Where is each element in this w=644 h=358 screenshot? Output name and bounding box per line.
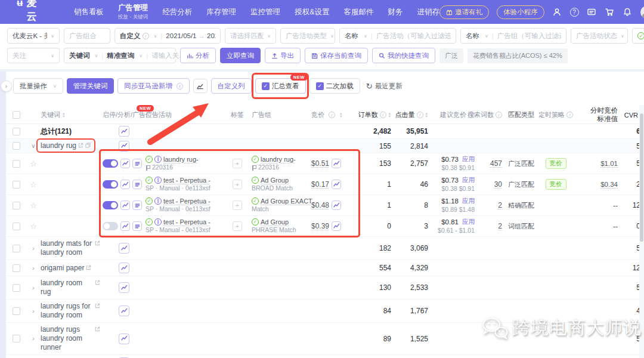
row-checkbox[interactable] [13, 245, 20, 252]
row-checkbox[interactable] [13, 160, 20, 168]
chart-icon[interactable] [120, 180, 130, 189]
filter-chip-broad[interactable]: 广泛 [439, 48, 463, 63]
manage-keywords-button[interactable]: 管理关键词 [67, 78, 114, 94]
copy-icon[interactable] [85, 143, 91, 148]
chart-icon[interactable] [119, 305, 129, 316]
external-link-icon[interactable] [95, 303, 100, 308]
chart-icon[interactable] [120, 200, 130, 210]
recent-update-button[interactable]: ↻ 最近更新 [366, 82, 402, 91]
campaign-toggle-on[interactable] [103, 180, 118, 189]
mini-program-button[interactable]: 体验小程序 [497, 5, 544, 19]
message-icon[interactable] [587, 7, 597, 17]
campaign-name-filter[interactable]: 名称 ∨ | [339, 28, 456, 44]
select-all-checkbox[interactable] [13, 111, 20, 119]
follow-select[interactable]: 关注 ∨ [7, 48, 60, 63]
checkbox-checked-icon[interactable]: ✓ [316, 82, 324, 90]
hourly-base-bid-link[interactable]: $1.01 [600, 160, 618, 167]
placement-list-icon[interactable] [132, 159, 142, 168]
campaign-link[interactable]: laundry rug- [163, 155, 199, 163]
expand-icon[interactable]: › [26, 265, 41, 271]
expand-icon[interactable]: › [26, 245, 41, 252]
search-terms-link[interactable]: 30 [494, 180, 502, 189]
add-label-button[interactable]: + [233, 180, 242, 189]
campaign-link[interactable]: test - Perpetua - [163, 176, 210, 184]
external-link-icon[interactable] [78, 143, 83, 148]
external-link-icon[interactable] [86, 265, 91, 270]
keyword-link[interactable]: laundry room rug [41, 279, 93, 297]
row-checkbox[interactable] [13, 202, 20, 209]
nav-item-ad-management[interactable]: 广告管理 投放 - 关键词 [118, 3, 148, 21]
bid-value[interactable]: $0.39 [311, 222, 329, 230]
adgroup-filter-input[interactable] [497, 32, 561, 39]
column-header-bid[interactable]: 竞价i ▲▼ [310, 110, 357, 119]
add-label-button[interactable]: + [233, 221, 242, 231]
nav-item-monitoring[interactable]: 监控管理 [250, 7, 280, 17]
campaign-status-select[interactable]: 广告活动状态 ∨ [571, 28, 628, 44]
campaign-toggle-on[interactable] [103, 159, 118, 168]
nav-item-purchase-sales[interactable]: 进销存 [417, 7, 440, 17]
expand-icon[interactable]: › [26, 308, 41, 314]
custom-columns-button[interactable]: 自定义列 [211, 78, 252, 94]
vertical-scrollbar-track[interactable] [639, 105, 644, 358]
chart-icon[interactable] [120, 159, 130, 168]
campaign-link[interactable]: test - Perpetua - [163, 197, 210, 205]
search-terms-link[interactable]: 2 [498, 222, 502, 230]
row-checkbox[interactable] [13, 223, 20, 230]
search-terms-link[interactable]: 2 [498, 201, 502, 209]
expand-icon[interactable]: › [26, 335, 41, 342]
bid-value[interactable]: $0.48 [311, 201, 329, 209]
nav-item-finance[interactable]: 财务 [388, 7, 403, 17]
chart-icon[interactable] [119, 334, 129, 344]
external-link-icon[interactable] [95, 240, 100, 246]
chart-icon[interactable] [119, 243, 129, 254]
keyword-state-select[interactable]: ✓ ∥ 关键.. ∨ [632, 28, 644, 44]
collapse-icon[interactable]: ∨ [26, 143, 41, 149]
row-checkbox[interactable] [13, 284, 20, 292]
sort-icon[interactable]: ▲▼ [339, 112, 342, 118]
bid-chart-icon[interactable] [332, 221, 341, 231]
chart-icon[interactable] [119, 141, 129, 152]
row-checkbox[interactable] [13, 181, 20, 189]
sync-amazon-button[interactable]: 同步亚马逊新增 i [117, 78, 190, 94]
match-type-select[interactable]: 请选择匹配... ∨ [225, 28, 276, 44]
row-checkbox[interactable] [13, 128, 20, 135]
shop-select[interactable]: 优麦云K - 美... ∨ [7, 28, 60, 44]
row-checkbox[interactable] [13, 264, 20, 272]
star-icon[interactable]: ☆ [30, 201, 37, 210]
schedule-strategy-tag[interactable]: 竞价 [546, 158, 566, 169]
trend-chart-icon[interactable] [193, 79, 208, 93]
column-header-orders[interactable]: 订单数i ▲▼ [357, 110, 391, 119]
expand-icon[interactable]: › [26, 285, 41, 291]
keyword-search-input[interactable] [151, 52, 181, 59]
keyword-link[interactable]: origami paper [41, 264, 84, 273]
sidebar-expand-button[interactable]: › [1, 81, 12, 92]
chart-icon[interactable] [120, 221, 130, 231]
placement-list-icon[interactable] [132, 180, 142, 189]
campaign-type-select[interactable]: 广告活动类型 ∨ [280, 28, 335, 44]
sort-icon[interactable]: ▲▼ [62, 112, 65, 118]
nav-item-authorization-settings[interactable]: 授权&设置 [295, 7, 329, 17]
nav-item-customer-email[interactable]: 客服邮件 [344, 7, 374, 17]
checkbox-checked-icon[interactable]: ✓ [262, 82, 270, 90]
row-checkbox[interactable] [13, 307, 20, 315]
star-icon[interactable]: ☆ [30, 180, 37, 189]
bid-chart-icon[interactable] [332, 200, 341, 210]
date-range-control[interactable]: 自定义 i ∨ | 2021/05/1 → 2023/05/2 [114, 28, 221, 44]
query-now-button[interactable]: 立即查询 [220, 48, 261, 63]
adgroup-name-filter[interactable]: 名称 ∨ | [460, 28, 566, 44]
filter-chip-acos[interactable]: 花费销售额占比(ACOS) ≤ 42% [467, 48, 568, 63]
placement-list-icon[interactable] [132, 200, 142, 210]
customer-service-icon[interactable] [552, 7, 562, 17]
schedule-strategy-tag[interactable]: 竞价 [546, 179, 566, 190]
placement-list-icon[interactable] [132, 221, 142, 231]
portfolio-input-field[interactable] [69, 32, 105, 39]
keyword-link[interactable]: laundry rug [41, 141, 76, 150]
add-label-button[interactable]: + [233, 159, 242, 168]
save-query-button[interactable]: 保存当前查询 [305, 48, 368, 63]
nav-item-operation-analysis[interactable]: 经营分析 [162, 7, 192, 17]
adgroup-link[interactable]: Ad Group EXACT [261, 197, 312, 205]
row-checkbox[interactable] [13, 142, 20, 150]
bid-chart-icon[interactable] [332, 159, 341, 168]
export-button[interactable]: 导出 [265, 48, 301, 63]
keyword-link[interactable]: laundry rugs laundry room runner [41, 325, 93, 352]
